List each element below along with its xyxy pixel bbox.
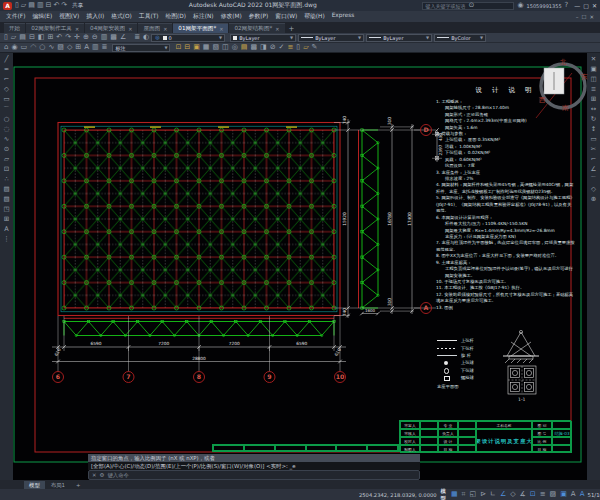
autocad-logo-icon[interactable]: A — [3, 2, 12, 10]
hatch-tool-icon[interactable]: ▨ — [56, 43, 65, 52]
share-button[interactable]: 共享 — [72, 2, 83, 9]
undo-icon[interactable]: ↶ — [55, 33, 63, 42]
file-tab-2[interactable]: 04网架安装图✕ — [85, 23, 137, 33]
layer-dropdown[interactable]: ◎ 0 ▼ — [151, 34, 225, 42]
snap-mode-icon[interactable]: ⌗ — [461, 490, 467, 499]
menu-item-3[interactable]: 插入(I) — [86, 12, 104, 21]
markup-icon[interactable]: ✎ — [311, 43, 319, 52]
close-tab-icon[interactable]: ✕ — [128, 26, 132, 32]
menu-item-12[interactable]: Express — [332, 12, 355, 21]
redo-icon[interactable]: ↷ — [60, 1, 68, 10]
minimize-button[interactable]: — — [574, 2, 580, 9]
infer-constraints-icon[interactable]: ◱ — [469, 490, 478, 499]
tab-model[interactable]: 模型 — [24, 481, 45, 489]
mleader-style-icon[interactable]: ≣ — [101, 43, 109, 52]
color-control[interactable]: ByLayer▼ — [230, 34, 296, 42]
menu-item-0[interactable]: 文件(F) — [6, 12, 25, 21]
dynamic-input-icon[interactable]: ⊳ — [479, 490, 487, 499]
close-tab-icon[interactable]: ✕ — [219, 26, 223, 32]
menu-item-4[interactable]: 格式(O) — [111, 12, 132, 21]
isolate-icon[interactable]: ◎ — [231, 43, 239, 52]
paste-icon[interactable]: ▤ — [240, 43, 249, 52]
lineweight-control[interactable]: ByLayer▼ — [366, 34, 432, 42]
new-layout-button[interactable]: + — [71, 481, 86, 489]
close-tab-icon[interactable]: ✕ — [275, 26, 279, 32]
purge-icon[interactable]: ⊘ — [269, 43, 277, 52]
matchprops2-icon[interactable]: ◨ — [259, 43, 268, 52]
plot-icon[interactable]: ⊟ — [45, 1, 53, 10]
menu-item-6[interactable]: 绘图(D) — [166, 12, 187, 21]
doc-minimize-button[interactable]: – — [576, 14, 579, 20]
spline-tool-icon[interactable]: ∿ — [47, 43, 55, 52]
file-tab-1[interactable]: 02网架制作工具✕ — [26, 23, 84, 33]
help-icon[interactable]: ? — [564, 1, 570, 10]
command-close-icon[interactable]: ✕ — [92, 472, 97, 478]
open-file-icon[interactable]: ▱ — [10, 33, 17, 42]
publish-icon[interactable]: ⊞ — [46, 33, 54, 42]
user-id[interactable]: 15059991355 — [527, 3, 562, 9]
block-icon[interactable]: ⊡ — [174, 43, 182, 52]
copyclip-icon[interactable]: ▩ — [249, 43, 258, 52]
layer-state-icon[interactable]: ◐ — [142, 33, 150, 42]
close-tab-icon[interactable]: ✕ — [163, 26, 167, 32]
group-icon[interactable]: ▦ — [202, 43, 211, 52]
zoom-window-icon[interactable]: ⊕ — [82, 33, 90, 42]
dim-style-icon[interactable]: ▥ — [91, 43, 100, 52]
grid-icon[interactable]: ▦ — [450, 490, 459, 499]
menu-item-5[interactable]: 工具(T) — [139, 12, 159, 21]
tab-layout1[interactable]: 布局1 — [46, 481, 70, 489]
polar-tracking-icon[interactable]: ∠ — [499, 490, 507, 499]
save-file-icon[interactable]: ▤ — [18, 33, 27, 42]
redo-icon[interactable]: ↷ — [64, 33, 72, 42]
menu-item-10[interactable]: 窗口(W) — [275, 12, 297, 21]
selection-cycling-icon[interactable]: ▣ — [559, 490, 568, 499]
search-icon[interactable]: ⊙ — [467, 1, 475, 10]
plotstyle-control[interactable]: ByColor▼ — [434, 34, 486, 42]
home-icon[interactable]: ⌂ — [3, 43, 9, 52]
zoom-previous-icon[interactable]: ⊖ — [91, 33, 99, 42]
snap-point-icon[interactable]: ◉ — [10, 43, 18, 52]
arc-tool-icon[interactable]: ◠ — [29, 43, 37, 52]
file-tab-5[interactable]: 02网架结构图*✕ — [229, 23, 284, 33]
close-button[interactable]: ✕ — [592, 2, 597, 9]
layer-properties-icon[interactable]: ≣ — [133, 33, 141, 42]
style-dropdown[interactable]: 标注 ▼ — [112, 44, 170, 52]
object-snap-tracking-icon[interactable]: ∡ — [519, 490, 527, 499]
annotation-scale-value[interactable]: 51/100% — [587, 492, 600, 498]
file-tab-0[interactable]: 开始 — [4, 23, 25, 33]
user-icon[interactable]: ◉ — [516, 1, 524, 10]
rectangle-tool-icon[interactable]: ▭ — [20, 43, 29, 52]
sheetset-icon[interactable]: ▱ — [302, 43, 309, 52]
command-customize-icon[interactable]: ⚙ — [100, 472, 105, 478]
menu-item-7[interactable]: 标注(N) — [193, 12, 213, 21]
match-properties-icon[interactable]: ▩ — [109, 33, 118, 42]
close-tab-icon[interactable]: ✕ — [75, 26, 79, 32]
linetype-control[interactable]: ByLayer▼ — [298, 34, 364, 42]
xref-icon[interactable]: ▣ — [192, 43, 201, 52]
object-snap-icon[interactable]: ⊡ — [529, 490, 537, 499]
annotation-visibility-icon[interactable]: A — [570, 490, 577, 499]
model-space-label[interactable]: 模型 — [441, 488, 446, 500]
tool-palettes-icon[interactable]: ▯ — [295, 43, 301, 52]
measure-icon[interactable]: ∠ — [119, 33, 127, 42]
search-input[interactable]: 键入关键字或短语 ⊙ — [422, 2, 514, 10]
layer-walk-icon[interactable]: ≡ — [286, 43, 294, 52]
polygon-tool-icon[interactable]: ◇ — [66, 43, 73, 52]
saveas-icon[interactable]: ▥ — [36, 1, 45, 10]
file-tab-4[interactable]: 01网架平面图*✕ — [173, 23, 228, 33]
qnew-icon[interactable]: ▯ — [3, 33, 9, 42]
doc-restore-button[interactable]: ☐ — [581, 14, 586, 20]
menu-item-1[interactable]: 编辑(E) — [32, 12, 52, 21]
transparency-icon[interactable]: ▨ — [549, 490, 558, 499]
circle-tool-icon[interactable]: ○ — [38, 43, 46, 52]
open-icon[interactable]: ▱ — [20, 1, 27, 10]
plot-preview-icon[interactable]: ◧ — [37, 33, 46, 42]
new-tab-button[interactable]: + — [286, 25, 298, 33]
save-icon[interactable]: ▤ — [27, 1, 36, 10]
pan-icon[interactable]: ✛ — [73, 33, 81, 42]
drawing-canvas[interactable]: ╱≈⌐◇▭⌒○◌∿⊙▱⊡∴▨▧◳⊞A⋮ ✕▣◫≡⊞↔↻↕▭✂⌐∠⌒◇⊕ — [0, 53, 600, 480]
menu-item-8[interactable]: 修改(M) — [221, 12, 242, 21]
command-input[interactable]: 键入命令 — [107, 472, 129, 479]
autoscale-icon[interactable]: A — [579, 490, 586, 499]
undo-icon[interactable]: ↶ — [52, 1, 60, 10]
